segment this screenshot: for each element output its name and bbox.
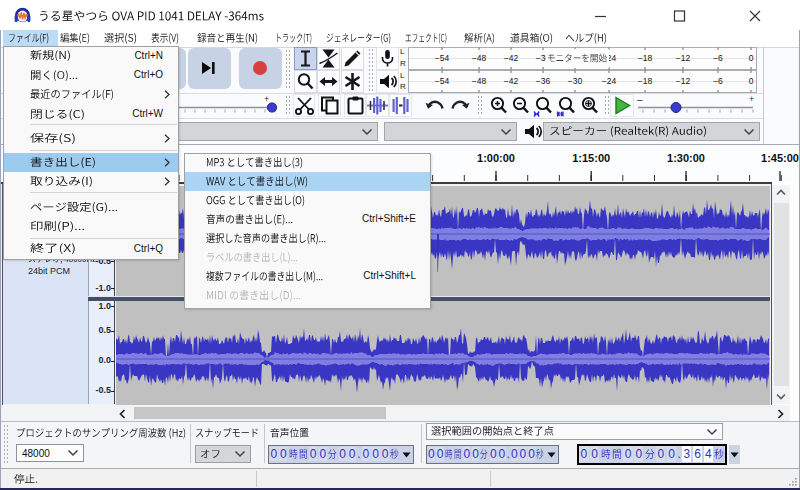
- svg-text:+: +: [264, 94, 269, 104]
- svg-text:+: +: [749, 94, 754, 104]
- svg-text:–: –: [637, 94, 643, 105]
